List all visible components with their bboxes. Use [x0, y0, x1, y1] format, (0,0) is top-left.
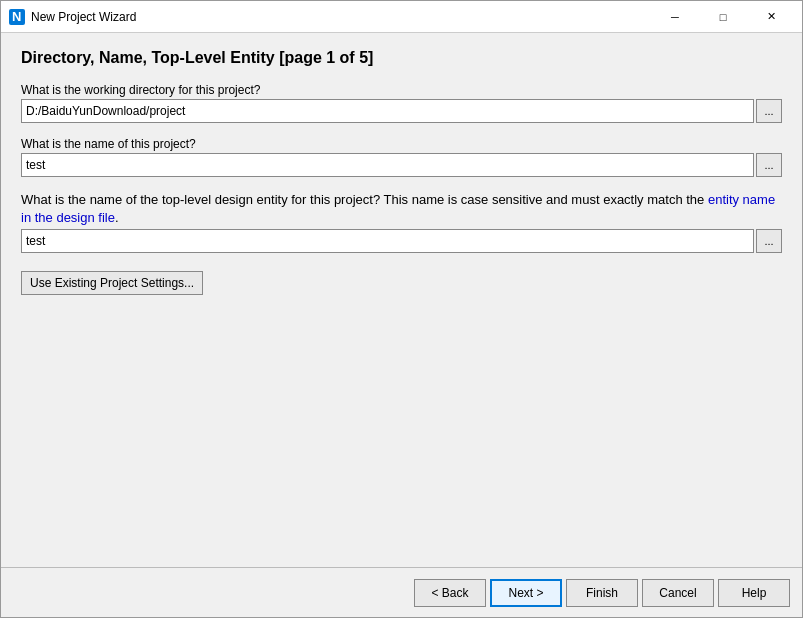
project-name-browse-button[interactable]: ... — [756, 153, 782, 177]
entity-label-prefix: What is the name of the top-level design… — [21, 192, 708, 207]
title-bar: N New Project Wizard ─ □ ✕ — [1, 1, 802, 33]
entity-label-suffix: . — [115, 210, 119, 225]
use-existing-settings-button[interactable]: Use Existing Project Settings... — [21, 271, 203, 295]
working-directory-section: What is the working directory for this p… — [21, 83, 782, 129]
entity-label: What is the name of the top-level design… — [21, 191, 782, 227]
window-title: New Project Wizard — [31, 10, 652, 24]
cancel-button[interactable]: Cancel — [642, 579, 714, 607]
next-button[interactable]: Next > — [490, 579, 562, 607]
close-button[interactable]: ✕ — [748, 7, 794, 27]
working-dir-browse-button[interactable]: ... — [756, 99, 782, 123]
wizard-footer: < Back Next > Finish Cancel Help — [1, 567, 802, 617]
back-button[interactable]: < Back — [414, 579, 486, 607]
window-controls: ─ □ ✕ — [652, 7, 794, 27]
entity-section: What is the name of the top-level design… — [21, 191, 782, 259]
help-button[interactable]: Help — [718, 579, 790, 607]
entity-browse-button[interactable]: ... — [756, 229, 782, 253]
working-dir-label: What is the working directory for this p… — [21, 83, 782, 97]
entity-input[interactable] — [21, 229, 754, 253]
working-dir-row: ... — [21, 99, 782, 123]
maximize-button[interactable]: □ — [700, 7, 746, 27]
project-name-section: What is the name of this project? ... — [21, 137, 782, 183]
minimize-button[interactable]: ─ — [652, 7, 698, 27]
wizard-content: Directory, Name, Top-Level Entity [page … — [1, 33, 802, 567]
app-icon: N — [9, 9, 25, 25]
finish-button[interactable]: Finish — [566, 579, 638, 607]
content-spacer — [21, 303, 782, 551]
entity-row: ... — [21, 229, 782, 253]
working-dir-input[interactable] — [21, 99, 754, 123]
svg-text:N: N — [12, 9, 21, 24]
project-name-input[interactable] — [21, 153, 754, 177]
page-title: Directory, Name, Top-Level Entity [page … — [21, 49, 782, 67]
project-name-row: ... — [21, 153, 782, 177]
wizard-window: N New Project Wizard ─ □ ✕ Directory, Na… — [0, 0, 803, 618]
project-name-label: What is the name of this project? — [21, 137, 782, 151]
